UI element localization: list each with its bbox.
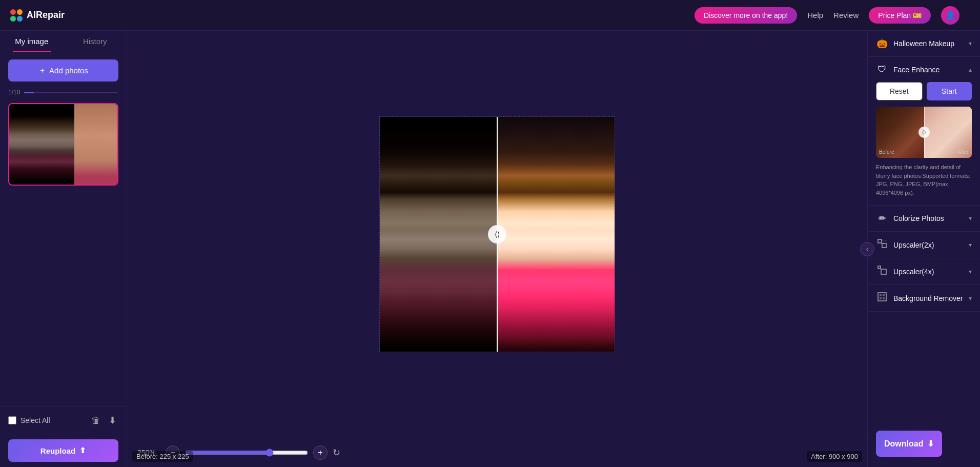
preview-after-label: After <box>958 149 969 155</box>
face-enhance-label: Face Enhance <box>893 66 964 74</box>
add-photos-label: Add photos <box>49 66 88 75</box>
comparison-after <box>497 117 615 352</box>
upscaler-4x-chevron: ▾ <box>969 268 972 275</box>
image-thumbnail[interactable] <box>8 103 118 186</box>
left-sidebar: My image History ＋ Add photos 1/10 <box>0 31 127 467</box>
upscaler-2x-chevron: ▾ <box>969 241 972 249</box>
collapse-sidebar-button[interactable]: ‹ <box>860 242 874 256</box>
plus-icon: ＋ <box>38 66 46 75</box>
face-enhance-chevron: ▴ <box>969 66 972 73</box>
select-all-checkbox[interactable] <box>8 416 16 424</box>
upscaler-4x-label: Upscaler(4x) <box>893 268 964 276</box>
reupload-icon: ⬆ <box>79 446 86 455</box>
halloween-makeup-icon: 🎃 <box>876 38 888 49</box>
zoom-slider[interactable] <box>185 449 308 457</box>
colorize-photos-icon: ✏ <box>876 213 888 224</box>
svg-rect-6 <box>880 294 882 296</box>
count-bar-fill <box>24 92 33 93</box>
download-label: Download <box>884 439 923 449</box>
download-all-button[interactable]: ⬇ <box>107 413 118 428</box>
select-all-label: Select All <box>21 416 85 424</box>
svg-rect-7 <box>883 294 885 296</box>
background-remover-section: Background Remover ▾ <box>868 285 980 312</box>
svg-rect-5 <box>878 293 886 301</box>
logo-area: AIRepair <box>10 9 65 22</box>
upscaler-4x-header[interactable]: Upscaler(4x) ▾ <box>868 258 980 285</box>
upscaler-2x-section: Upscaler(2x) ▾ <box>868 232 980 258</box>
canvas-workspace[interactable]: ⟨⟩ <box>127 31 867 438</box>
discover-button[interactable]: Discover more on the app! <box>695 7 797 24</box>
download-button[interactable]: Download ⬇ <box>876 431 942 457</box>
background-remover-header[interactable]: Background Remover ▾ <box>868 285 980 311</box>
sidebar-bottom: Select All 🗑 ⬇ <box>0 406 127 434</box>
upscaler-2x-label: Upscaler(2x) <box>893 241 964 249</box>
avatar[interactable]: 👤 <box>941 6 959 25</box>
face-enhance-preview: ⟨⟩ Before After <box>876 107 972 158</box>
after-image <box>497 117 615 352</box>
header: AIRepair Discover more on the app! Help … <box>0 0 980 31</box>
halloween-makeup-label: Halloween Makeup <box>893 39 964 48</box>
logo-dot-yellow <box>17 9 23 15</box>
svg-rect-8 <box>880 297 882 299</box>
face-enhance-header[interactable]: 🛡 Face Enhance ▴ <box>868 57 980 82</box>
image-grid <box>0 99 127 406</box>
face-enhance-content: Reset Start ⟨⟩ Before After Enhancing th… <box>868 82 980 205</box>
zoom-bar: 250% − + ↻ <box>127 438 867 467</box>
reupload-button[interactable]: Reupload ⬆ <box>8 439 118 462</box>
delete-button[interactable]: 🗑 <box>89 413 103 428</box>
add-photos-button[interactable]: ＋ Add photos <box>8 59 118 82</box>
face-enhance-description: Enhancing the clarity and detail of blur… <box>876 163 972 197</box>
background-remover-icon <box>876 292 888 304</box>
svg-rect-0 <box>878 239 882 243</box>
tab-my-image[interactable]: My image <box>0 31 64 52</box>
halloween-makeup-section: 🎃 Halloween Makeup ▾ <box>868 31 980 57</box>
background-remover-label: Background Remover <box>893 294 964 302</box>
tools-list: 🎃 Halloween Makeup ▾ 🛡 Face Enhance ▴ Re… <box>868 31 980 425</box>
face-enhance-reset-button[interactable]: Reset <box>876 82 923 100</box>
canvas-area: ‹ ⟨⟩ <box>127 31 867 467</box>
colorize-photos-section: ✏ Colorize Photos ▾ <box>868 206 980 232</box>
zoom-reset-button[interactable]: ↻ <box>333 447 340 458</box>
tab-history[interactable]: History <box>64 31 127 52</box>
image-count-bar: 1/10 <box>0 89 127 99</box>
upscaler-2x-icon <box>876 239 888 251</box>
reupload-label: Reupload <box>40 446 75 455</box>
svg-rect-4 <box>881 269 886 274</box>
sidebar-content: ＋ Add photos 1/10 Select All 🗑 ⬇ <box>0 52 127 467</box>
logo-icon <box>10 9 23 22</box>
svg-rect-1 <box>882 243 886 248</box>
comparison-container[interactable]: ⟨⟩ <box>379 116 615 352</box>
face-enhance-section: 🛡 Face Enhance ▴ Reset Start ⟨⟩ Before <box>868 57 980 206</box>
halloween-makeup-chevron: ▾ <box>969 40 972 47</box>
colorize-photos-header[interactable]: ✏ Colorize Photos ▾ <box>868 206 980 231</box>
count-bar <box>24 92 118 93</box>
header-actions: Discover more on the app! Help Review Pr… <box>695 6 959 25</box>
colorize-photos-label: Colorize Photos <box>893 214 964 222</box>
face-enhance-start-button[interactable]: Start <box>927 82 972 100</box>
review-button[interactable]: Review <box>833 11 859 19</box>
background-remover-chevron: ▾ <box>969 295 972 302</box>
after-info: After: 900 x 900 <box>807 451 862 462</box>
preview-before-label: Before <box>879 149 894 155</box>
before-image <box>380 117 497 352</box>
svg-rect-3 <box>878 266 881 269</box>
logo-dot-blue <box>17 16 23 22</box>
face-enhance-buttons: Reset Start <box>876 82 972 100</box>
after-face-img <box>497 117 615 352</box>
right-sidebar: 🎃 Halloween Makeup ▾ 🛡 Face Enhance ▴ Re… <box>867 31 980 467</box>
zoom-plus-button[interactable]: + <box>313 445 328 460</box>
comparison-before <box>380 117 497 352</box>
sidebar-tabs: My image History <box>0 31 127 52</box>
halloween-makeup-header[interactable]: 🎃 Halloween Makeup ▾ <box>868 31 980 56</box>
price-plan-button[interactable]: Price Plan 🎫 <box>869 7 931 24</box>
main-layout: My image History ＋ Add photos 1/10 <box>0 31 980 467</box>
logo-dot-green <box>10 16 16 22</box>
upscaler-2x-header[interactable]: Upscaler(2x) ▾ <box>868 232 980 258</box>
svg-rect-9 <box>883 297 885 299</box>
thumb-img-after <box>74 104 117 185</box>
face-enhance-icon: 🛡 <box>876 64 888 75</box>
preview-handle[interactable]: ⟨⟩ <box>918 127 930 138</box>
comparison-handle[interactable]: ⟨⟩ <box>488 225 506 243</box>
colorize-photos-chevron: ▾ <box>969 215 972 222</box>
help-button[interactable]: Help <box>807 11 823 19</box>
